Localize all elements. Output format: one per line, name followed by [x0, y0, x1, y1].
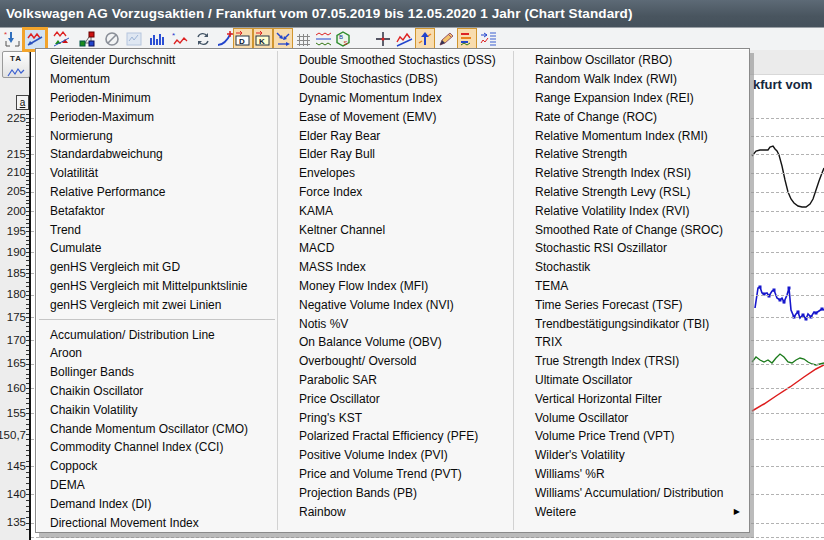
menu-item-tema[interactable]: TEMA [515, 277, 747, 296]
axis-annotation-button[interactable]: a [16, 95, 29, 110]
menu-item-negative-volume-index-nvi[interactable]: Negative Volume Index (NVI) [279, 295, 513, 314]
menu-item-double-smoothed-stochastics-dss[interactable]: Double Smoothed Stochastics (DSS) [279, 51, 513, 70]
menu-item-time-series-forecast-tsf[interactable]: Time Series Forecast (TSF) [515, 295, 747, 314]
menu-item-stochastic-rsi-oszillator[interactable]: Stochastic RSI Oszillator [515, 239, 747, 258]
menu-item-force-index[interactable]: Force Index [279, 183, 513, 202]
menu-item-accumulation-distribution-line[interactable]: Accumulation/ Distribution Line [37, 325, 277, 344]
toolbar-compare-indicator-icon[interactable] [77, 28, 97, 49]
menu-item-directional-movement-index[interactable]: Directional Movement Index [37, 513, 277, 532]
menu-item-polarized-fractal-efficiency-pfe[interactable]: Polarized Fractal Efficiency (PFE) [279, 427, 513, 446]
menu-item-coppock[interactable]: Coppock [37, 457, 277, 476]
menu-item-volume-price-trend-vpt[interactable]: Volume Price Trend (VPT) [515, 427, 747, 446]
menu-item-volume-oscillator[interactable]: Volume Oscillator [515, 408, 747, 427]
toolbar-trendline-icon[interactable] [394, 28, 414, 49]
menu-item-williams-accumulation-distribution[interactable]: Williams' Accumulation/ Distribution [515, 483, 747, 502]
toolbar-insert-indicator-icon[interactable]: * [2, 28, 22, 49]
menu-item-aroon[interactable]: Aroon [37, 344, 277, 363]
menu-item-genhs-vergleich-mit-zwei-linien[interactable]: genHS Vergleich mit zwei Linien [37, 295, 277, 314]
menu-item-relative-strength-levy-rsl[interactable]: Relative Strength Levy (RSL) [515, 183, 747, 202]
toolbar-delete-drawing-icon[interactable] [102, 28, 122, 49]
menu-item-weitere[interactable]: Weitere▶ [515, 502, 747, 521]
menu-item-demand-index-di[interactable]: Demand Index (DI) [37, 494, 277, 513]
menu-item-trix[interactable]: TRIX [515, 333, 747, 352]
menu-item-chaikin-volatility[interactable]: Chaikin Volatility [37, 400, 277, 419]
toolbar-buy-sell-signals-icon[interactable]: BS [333, 28, 353, 49]
menu-item-label: Directional Movement Index [50, 516, 199, 530]
toolbar-mini-indicator-icon[interactable]: * [170, 28, 190, 49]
menu-item-elder-ray-bull[interactable]: Elder Ray Bull [279, 145, 513, 164]
toolbar-overlay-indicator-icon[interactable] [51, 28, 71, 49]
menu-item-parabolic-sar[interactable]: Parabolic SAR [279, 371, 513, 390]
menu-item-commodity-channel-index-cci[interactable]: Commodity Channel Index (CCI) [37, 438, 277, 457]
toolbar-indicator-settings-list-icon[interactable] [478, 28, 498, 49]
menu-item-perioden-maximum[interactable]: Perioden-Maximum [37, 107, 277, 126]
menu-item-genhs-vergleich-mit-gd[interactable]: genHS Vergleich mit GD [37, 258, 277, 277]
menu-item-trendbestätigungsindikator-tbi[interactable]: Trendbestätigungsindikator (TBI) [515, 314, 747, 333]
menu-item-ease-of-movement-emv[interactable]: Ease of Movement (EMV) [279, 107, 513, 126]
menu-item-gleitender-durchschnitt[interactable]: Gleitender Durchschnitt [37, 51, 277, 70]
menu-item-mass-index[interactable]: MASS Index [279, 258, 513, 277]
menu-item-relative-volatility-index-rvi[interactable]: Relative Volatility Index (RVI) [515, 201, 747, 220]
menu-item-bollinger-bands[interactable]: Bollinger Bands [37, 363, 277, 382]
toolbar-add-curve-icon[interactable] [215, 28, 235, 49]
toolbar-annotation-list-icon[interactable] [457, 28, 477, 49]
menu-item-rate-of-change-roc[interactable]: Rate of Change (ROC) [515, 107, 747, 126]
toolbar-subchart-faded-icon[interactable] [124, 28, 144, 49]
menu-item-notis-%v[interactable]: Notis %V [279, 314, 513, 333]
menu-item-dynamic-momentum-index[interactable]: Dynamic Momentum Index [279, 89, 513, 108]
menu-item-pring-s-kst[interactable]: Pring's KST [279, 408, 513, 427]
menu-item-projection-bands-pb[interactable]: Projection Bands (PB) [279, 483, 513, 502]
menu-item-williams-%r[interactable]: Williams' %R [515, 465, 747, 484]
menu-item-overbought-oversold[interactable]: Overbought/ Oversold [279, 352, 513, 371]
menu-item-dema[interactable]: DEMA [37, 476, 277, 495]
menu-item-elder-ray-bear[interactable]: Elder Ray Bear [279, 126, 513, 145]
menu-item-keltner-channel[interactable]: Keltner Channel [279, 220, 513, 239]
menu-item-relative-strength-index-rsi[interactable]: Relative Strength Index (RSI) [515, 164, 747, 183]
menu-item-double-stochastics-dbs[interactable]: Double Stochastics (DBS) [279, 70, 513, 89]
menu-item-volatilität[interactable]: Volatilität [37, 164, 277, 183]
menu-item-price-and-volume-trend-pvt[interactable]: Price and Volume Trend (PVT) [279, 465, 513, 484]
menu-item-rainbow[interactable]: Rainbow [279, 502, 513, 521]
menu-item-stochastik[interactable]: Stochastik [515, 258, 747, 277]
menu-item-rainbow-oscillator-rbo[interactable]: Rainbow Oscillator (RBO) [515, 51, 747, 70]
toolbar-crosshair-icon[interactable] [373, 28, 393, 49]
toolbar-period-d-box-icon[interactable]: D [233, 28, 253, 49]
toolbar-arrow-marker-icon[interactable] [415, 28, 435, 49]
menu-item-random-walk-index-rwi[interactable]: Random Walk Index (RWI) [515, 70, 747, 89]
menu-item-true-strength-index-trsi[interactable]: True Strength Index (TRSI) [515, 352, 747, 371]
menu-item-relative-momentum-index-rmi[interactable]: Relative Momentum Index (RMI) [515, 126, 747, 145]
toolbar-grid-icon[interactable] [293, 28, 313, 49]
menu-item-standardabweichung[interactable]: Standardabweichung [37, 145, 277, 164]
menu-item-vertical-horizontal-filter[interactable]: Vertical Horizontal Filter [515, 389, 747, 408]
menu-item-trend[interactable]: Trend [37, 220, 277, 239]
menu-item-macd[interactable]: MACD [279, 239, 513, 258]
menu-item-momentum[interactable]: Momentum [37, 70, 277, 89]
menu-item-positive-volume-index-pvi[interactable]: Positive Volume Index (PVI) [279, 446, 513, 465]
menu-item-genhs-vergleich-mit-mittelpunktslinie[interactable]: genHS Vergleich mit Mittelpunktslinie [37, 277, 277, 296]
toolbar-draw-pencil-icon[interactable] [436, 28, 456, 49]
menu-item-wilder-s-volatility[interactable]: Wilder's Volatility [515, 446, 747, 465]
toolbar-line-styles-icon[interactable] [313, 28, 333, 49]
menu-item-ultimate-oscillator[interactable]: Ultimate Oscillator [515, 371, 747, 390]
technical-analysis-button[interactable]: TA [2, 51, 30, 78]
menu-item-relative-performance[interactable]: Relative Performance [37, 183, 277, 202]
menu-item-money-flow-index-mfi[interactable]: Money Flow Index (MFI) [279, 277, 513, 296]
menu-item-kama[interactable]: KAMA [279, 201, 513, 220]
toolbar-recalculate-icon[interactable] [193, 28, 213, 49]
menu-item-cumulate[interactable]: Cumulate [37, 239, 277, 258]
menu-item-price-oscillator[interactable]: Price Oscillator [279, 389, 513, 408]
menu-item-label: Trend [50, 223, 81, 237]
toolbar-fit-scale-arrows-icon[interactable] [273, 28, 293, 49]
toolbar-volume-bars-icon[interactable] [147, 28, 167, 49]
toolbar-period-k-box-icon[interactable]: K [253, 28, 273, 49]
menu-item-envelopes[interactable]: Envelopes [279, 164, 513, 183]
menu-item-chande-momentum-oscillator-cmo[interactable]: Chande Momentum Oscillator (CMO) [37, 419, 277, 438]
menu-item-normierung[interactable]: Normierung [37, 126, 277, 145]
menu-item-chaikin-oscillator[interactable]: Chaikin Oscillator [37, 382, 277, 401]
menu-item-range-expansion-index-rei[interactable]: Range Expansion Index (REI) [515, 89, 747, 108]
menu-item-relative-strength[interactable]: Relative Strength [515, 145, 747, 164]
menu-item-perioden-minimum[interactable]: Perioden-Minimum [37, 89, 277, 108]
menu-item-on-balance-volume-obv[interactable]: On Balance Volume (OBV) [279, 333, 513, 352]
menu-item-smoothed-rate-of-change-sroc[interactable]: Smoothed Rate of Change (SROC) [515, 220, 747, 239]
menu-item-betafaktor[interactable]: Betafaktor [37, 201, 277, 220]
